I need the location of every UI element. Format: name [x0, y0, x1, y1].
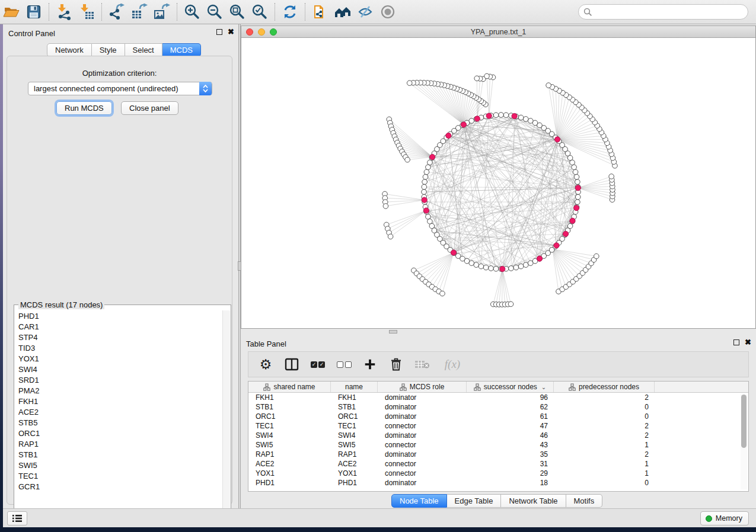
task-history-button[interactable] [7, 511, 27, 525]
cell-successor-nodes[interactable]: 35 [467, 450, 554, 459]
column-header-shared-name[interactable]: shared name [248, 382, 331, 392]
cell-MCDS-role[interactable]: dominator [378, 403, 467, 411]
deselect-all-button[interactable] [335, 355, 353, 373]
mcds-result-item[interactable]: PMA2 [15, 385, 222, 396]
cell-predecessor-nodes[interactable]: 2 [554, 422, 655, 430]
import-table-button[interactable] [75, 2, 98, 22]
cell-name[interactable]: STB1 [331, 403, 378, 411]
refresh-layout-button[interactable] [279, 2, 301, 22]
mcds-result-item[interactable]: STP4 [15, 332, 222, 342]
column-header-MCDS-role[interactable]: MCDS role [378, 382, 467, 392]
network-node[interactable] [509, 266, 514, 271]
network-node[interactable] [575, 180, 580, 185]
cell-predecessor-nodes[interactable]: 1 [554, 441, 655, 449]
mcds-node[interactable] [423, 208, 429, 213]
cell-name[interactable]: FKH1 [331, 393, 378, 402]
mcds-result-item[interactable]: TID3 [15, 342, 222, 353]
cell-shared-name[interactable]: SWI4 [248, 431, 331, 440]
function-builder-button[interactable]: f(x) [439, 355, 465, 373]
mcds-node[interactable] [500, 266, 505, 271]
home-button[interactable] [331, 2, 354, 22]
mcds-node[interactable] [574, 205, 579, 210]
tab-edge-table[interactable]: Edge Table [447, 494, 502, 508]
table-row[interactable]: SWI5SWI5connector431 [248, 440, 748, 450]
cell-successor-nodes[interactable]: 29 [467, 469, 554, 477]
cell-successor-nodes[interactable]: 46 [467, 431, 554, 440]
mcds-node[interactable] [563, 231, 568, 236]
table-scrollbar[interactable] [741, 395, 747, 489]
search-input[interactable] [594, 5, 742, 18]
mcds-result-item[interactable]: GCR1 [15, 481, 222, 492]
mcds-result-item[interactable]: FKH1 [15, 396, 222, 406]
mcds-node[interactable] [446, 133, 451, 138]
zoom-fit-button[interactable] [226, 2, 248, 22]
mcds-node[interactable] [422, 197, 427, 203]
tab-network[interactable]: Network [47, 43, 92, 57]
delete-table-button[interactable] [413, 355, 431, 373]
mcds-list-scrollbar[interactable] [222, 310, 230, 517]
export-network-button[interactable] [106, 2, 128, 22]
table-row[interactable]: ACE2ACE2connector311 [248, 459, 748, 469]
select-all-button[interactable]: ✓✓ [309, 355, 327, 373]
network-node[interactable] [532, 120, 538, 126]
network-node[interactable] [575, 194, 580, 200]
cell-shared-name[interactable]: RAP1 [248, 450, 331, 459]
network-node[interactable] [528, 261, 533, 266]
network-node[interactable] [594, 254, 599, 259]
network-node[interactable] [483, 265, 489, 270]
cell-name[interactable]: RAP1 [331, 450, 378, 459]
network-node[interactable] [474, 76, 480, 81]
mcds-result-item[interactable]: ORC1 [15, 428, 222, 438]
cell-successor-nodes[interactable]: 96 [467, 393, 554, 402]
cell-successor-nodes[interactable]: 18 [467, 479, 554, 487]
control-panel-close-button[interactable]: ✖ [228, 29, 234, 35]
network-node[interactable] [484, 73, 490, 79]
tab-style[interactable]: Style [92, 43, 125, 57]
mcds-result-item[interactable]: ACE2 [15, 406, 222, 417]
cell-MCDS-role[interactable]: connector [378, 460, 467, 468]
network-node[interactable] [469, 261, 474, 266]
network-node[interactable] [407, 81, 412, 86]
table-panel-close-button[interactable]: ✖ [745, 339, 751, 345]
cell-successor-nodes[interactable]: 43 [467, 441, 554, 449]
cell-name[interactable]: TEC1 [331, 422, 378, 430]
network-node[interactable] [575, 200, 580, 205]
mcds-node[interactable] [430, 154, 435, 159]
cell-name[interactable]: SWI4 [331, 431, 378, 440]
import-network-button[interactable] [53, 2, 75, 22]
mcds-result-item[interactable]: YOX1 [15, 353, 222, 364]
table-row[interactable]: FKH1FKH1dominator962 [248, 393, 748, 402]
table-scrollbar-thumb[interactable] [741, 395, 747, 448]
tab-mcds[interactable]: MCDS [162, 43, 201, 57]
table-panel-float-button[interactable] [733, 339, 739, 345]
network-node[interactable] [422, 184, 427, 190]
cell-shared-name[interactable]: PHD1 [248, 479, 331, 487]
table-row[interactable]: STB1STB1dominator620 [248, 402, 748, 412]
cell-shared-name[interactable]: TEC1 [248, 422, 331, 430]
column-header-successor-nodes[interactable]: successor nodes⌄ [467, 382, 554, 392]
cell-predecessor-nodes[interactable]: 2 [554, 450, 655, 459]
cell-predecessor-nodes[interactable]: 2 [554, 431, 655, 440]
network-node[interactable] [508, 302, 513, 307]
cell-MCDS-role[interactable]: dominator [378, 450, 467, 459]
cell-predecessor-nodes[interactable]: 0 [554, 412, 655, 421]
network-node[interactable] [518, 115, 524, 120]
table-mode-button[interactable]: ⚙ [257, 355, 275, 373]
network-node[interactable] [428, 219, 433, 224]
cell-predecessor-nodes[interactable]: 1 [554, 460, 655, 468]
network-node[interactable] [424, 169, 429, 175]
cell-shared-name[interactable]: FKH1 [248, 393, 331, 402]
network-node[interactable] [493, 113, 499, 118]
mcds-result-item[interactable]: RAP1 [15, 438, 222, 449]
network-node[interactable] [383, 204, 388, 209]
network-node[interactable] [499, 113, 504, 118]
cell-successor-nodes[interactable]: 47 [467, 422, 554, 430]
network-node[interactable] [405, 157, 410, 162]
network-document-button[interactable] [309, 2, 331, 22]
mcds-result-item[interactable]: STB1 [15, 449, 222, 460]
network-node[interactable] [464, 258, 470, 264]
network-node[interactable] [518, 264, 524, 269]
network-node[interactable] [503, 113, 509, 118]
network-node[interactable] [469, 118, 474, 124]
cell-shared-name[interactable]: YOX1 [248, 469, 331, 477]
